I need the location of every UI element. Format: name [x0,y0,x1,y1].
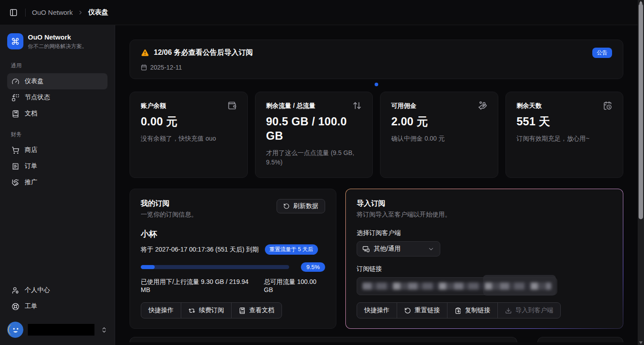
topbar-divider [25,9,26,17]
copy-link-label: 复制链接 [465,306,490,314]
hand-coins-icon [478,101,487,110]
stat-desc: 没有余额了，快快充值 ouo [141,134,237,143]
stats-row: 账户余额 0.00 元 没有余额了，快快充值 ouo 剩余流量 / 总流量 90… [130,92,623,178]
warning-icon [141,49,149,57]
usage-text: 已使用用下/上行流量 9.30 GB / 219.94 MB [141,278,256,293]
sidebar-item-label: 仪表盘 [25,77,44,85]
dashboard-screen: OuO Network 仪表盘 OuO Network 你不二的网络解决方案。 … [0,0,644,345]
import-title: 导入订阅 [357,199,612,208]
import-subscription-card: 导入订阅 将订阅导入至客户端以开始使用。 选择订阅客户端 其他/通用 订阅链接 [345,189,623,329]
wallet-icon [228,101,237,110]
scrollbar-down-arrow[interactable] [639,341,643,344]
renew-subscription-button[interactable]: 续费订阅 [181,303,231,318]
announcement-title: 12/06 务必查看公告后导入订阅 [154,48,253,58]
reset-link-button[interactable]: 重置链接 [397,303,447,318]
refresh-data-label: 刷新数据 [293,202,318,210]
brand-tagline: 你不二的网络解决方案。 [28,43,87,50]
stat-label: 账户余额 [141,102,166,110]
stat-desc: 确认中佣金 0.00 元 [391,134,487,143]
reset-link-label: 重置链接 [415,306,440,314]
sidebar-item-node-status[interactable]: 节点状态 [7,89,107,106]
quick-actions-label: 快捷操作 [141,303,181,318]
shopping-cart-icon [12,146,19,154]
nav-section-general: 通用 [11,62,104,70]
subscription-link-redacted [362,283,551,290]
book-icon [12,110,19,118]
calendar-icon [141,64,147,71]
stat-value: 0.00 元 [141,114,237,128]
subscription-subtitle: 一览你的订阅信息。 [141,211,197,219]
sidebar-item-label: 订单 [25,162,37,170]
client-select[interactable]: 其他/通用 [357,241,440,257]
import-subtitle: 将订阅导入至客户端以开始使用。 [357,211,612,219]
sidebar-item-tickets[interactable]: 工单 [7,298,107,314]
next-row-partial-cards [130,337,623,342]
refresh-icon [283,203,290,209]
stat-label: 剩余天数 [517,102,542,110]
import-actions: 快捷操作 重置链接 复制链接 [357,302,561,318]
sidebar-item-label: 工单 [25,302,37,310]
scrollbar-thumb[interactable] [639,4,643,219]
stat-value: 2.00 元 [391,114,487,128]
import-to-client-label: 导入到客户端 [515,306,553,314]
sidebar-item-orders[interactable]: 订单 [7,158,107,174]
user-menu[interactable] [7,321,107,339]
handshake-icon [12,179,19,186]
subscription-link-label: 订阅链接 [357,265,612,273]
carousel-dot[interactable] [375,83,378,86]
sidebar-item-docs[interactable]: 文档 [7,106,107,122]
chevrons-up-down-icon [101,327,107,333]
import-download-icon [505,307,512,314]
brand: OuO Network 你不二的网络解决方案。 [7,33,107,50]
traffic-progress-bar [141,265,289,269]
nav-section-finance: 财务 [11,131,104,138]
book-icon [239,307,246,314]
sidebar-item-label: 商店 [25,146,37,154]
renew-label: 续费订阅 [199,306,224,314]
sidebar: OuO Network 你不二的网络解决方案。 通用 仪表盘 节点状态 文档 财… [0,25,115,345]
stat-desc: 才用了这么一点点流量 (9.5 GB, 9.5%) [266,148,362,167]
stat-card-days-left: 剩余天数 551 天 订阅有效期充足，放心用~ [505,92,624,178]
calendar-clock-icon [603,101,612,110]
traffic-progress-fill [141,265,155,269]
sidebar-item-referral[interactable]: 推广 [7,174,107,190]
chevron-down-icon [428,246,434,252]
sidebar-item-shop[interactable]: 商店 [7,142,107,158]
announcement-card[interactable]: 12/06 务必查看公告后导入订阅 公告 2025-12-11 [130,40,623,79]
partial-card [537,337,623,342]
stat-label: 可用佣金 [391,102,416,110]
sidebar-item-label: 推广 [25,178,37,186]
topbar: OuO Network 仪表盘 [0,0,644,25]
stat-label: 剩余流量 / 总流量 [266,102,316,110]
sidebar-item-dashboard[interactable]: 仪表盘 [7,73,107,89]
copy-link-button[interactable]: 复制链接 [447,303,497,318]
total-traffic-text: 总可用流量 100.00 GB [264,278,325,293]
view-docs-button[interactable]: 查看文档 [231,303,282,318]
stat-card-balance: 账户余额 0.00 元 没有余额了，快快充值 ouo [130,92,248,178]
lifebuoy-icon [12,303,19,310]
chevron-right-icon [77,9,84,16]
main-content: 12/06 务必查看公告后导入订阅 公告 2025-12-11 账户余额 [115,25,638,345]
stat-card-traffic: 剩余流量 / 总流量 90.5 GB / 100.0 GB 才用了这么一点点流量… [255,92,373,178]
sidebar-item-label: 节点状态 [25,93,50,102]
sidebar-item-label: 个人中心 [25,286,50,294]
scrollbar [638,0,644,345]
subscription-link-input[interactable] [357,277,557,295]
breadcrumb-root[interactable]: OuO Network [32,9,73,16]
sidebar-toggle-button[interactable] [6,5,21,20]
expiry-text: 将于 2027-06-17 00:17:36 (551 天后) 到期 [141,246,259,254]
stat-card-commission: 可用佣金 2.00 元 确认中佣金 0.00 元 [380,92,498,178]
clipboard-copy-icon [455,307,461,314]
announcement-date: 2025-12-11 [150,64,182,71]
refresh-data-button[interactable]: 刷新数据 [277,199,325,213]
gauge-icon [12,78,19,85]
command-icon [11,37,19,45]
arrow-up-down-icon [353,101,362,110]
brand-name: OuO Network [28,33,87,41]
sidebar-item-profile[interactable]: 个人中心 [7,282,107,298]
announcement-badge: 公告 [592,48,612,58]
plan-name: 小杯 [141,229,325,239]
import-to-client-button[interactable]: 导入到客户端 [497,303,560,318]
breadcrumb-current: 仪表盘 [88,8,108,17]
view-docs-label: 查看文档 [249,306,274,314]
